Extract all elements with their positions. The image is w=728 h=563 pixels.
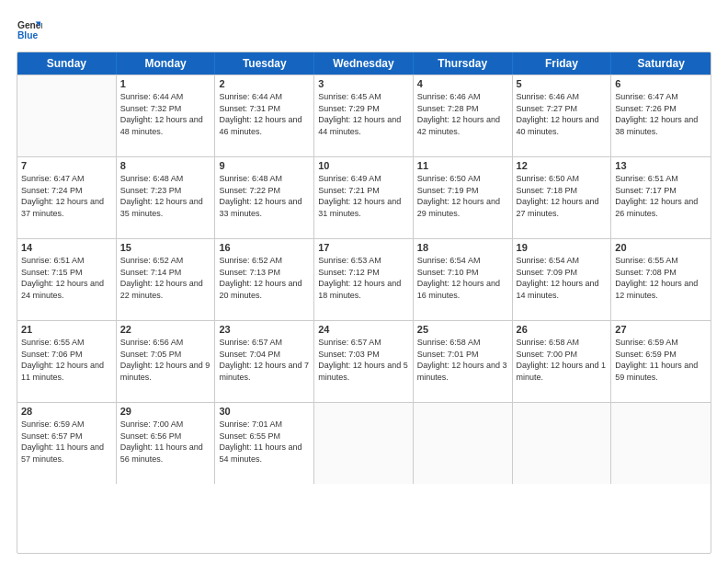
cell-info: Sunrise: 6:46 AMSunset: 7:27 PMDaylight:…: [517, 91, 608, 137]
cell-info: Sunrise: 6:44 AMSunset: 7:32 PMDaylight:…: [120, 91, 211, 137]
day-number: 5: [517, 78, 608, 89]
day-number: 1: [120, 78, 211, 89]
cell-info: Sunrise: 6:48 AMSunset: 7:22 PMDaylight:…: [219, 173, 310, 219]
weekday-header-tuesday: Tuesday: [215, 52, 314, 75]
calendar-cell: 1Sunrise: 6:44 AMSunset: 7:32 PMDaylight…: [117, 75, 216, 156]
day-number: 11: [417, 160, 508, 171]
cell-info: Sunrise: 6:52 AMSunset: 7:14 PMDaylight:…: [120, 255, 211, 301]
cell-info: Sunrise: 6:44 AMSunset: 7:31 PMDaylight:…: [219, 91, 310, 137]
weekday-header-thursday: Thursday: [414, 52, 513, 75]
calendar-row-5: 28Sunrise: 6:59 AMSunset: 6:57 PMDayligh…: [17, 402, 711, 484]
calendar-cell: 29Sunrise: 7:00 AMSunset: 6:56 PMDayligh…: [117, 403, 216, 484]
logo-icon: General Blue: [17, 17, 42, 42]
cell-info: Sunrise: 6:57 AMSunset: 7:04 PMDaylight:…: [219, 337, 310, 383]
cell-info: Sunrise: 6:52 AMSunset: 7:13 PMDaylight:…: [219, 255, 310, 301]
day-number: 21: [21, 324, 112, 335]
calendar-cell: 18Sunrise: 6:54 AMSunset: 7:10 PMDayligh…: [414, 239, 513, 320]
day-number: 6: [615, 78, 707, 89]
calendar-cell: 26Sunrise: 6:58 AMSunset: 7:00 PMDayligh…: [513, 321, 612, 402]
calendar: SundayMondayTuesdayWednesdayThursdayFrid…: [17, 52, 711, 554]
calendar-cell: 15Sunrise: 6:52 AMSunset: 7:14 PMDayligh…: [117, 239, 216, 320]
cell-info: Sunrise: 6:55 AMSunset: 7:08 PMDaylight:…: [615, 255, 707, 301]
calendar-cell: 20Sunrise: 6:55 AMSunset: 7:08 PMDayligh…: [611, 239, 711, 320]
calendar-cell: 19Sunrise: 6:54 AMSunset: 7:09 PMDayligh…: [513, 239, 612, 320]
cell-info: Sunrise: 6:53 AMSunset: 7:12 PMDaylight:…: [318, 255, 409, 301]
weekday-header-wednesday: Wednesday: [314, 52, 414, 75]
cell-info: Sunrise: 6:47 AMSunset: 7:24 PMDaylight:…: [21, 173, 112, 219]
calendar-cell: [17, 75, 117, 156]
day-number: 18: [417, 242, 508, 253]
day-number: 8: [120, 160, 211, 171]
calendar-cell: 16Sunrise: 6:52 AMSunset: 7:13 PMDayligh…: [215, 239, 314, 320]
cell-info: Sunrise: 6:54 AMSunset: 7:10 PMDaylight:…: [417, 255, 508, 301]
cell-info: Sunrise: 6:58 AMSunset: 7:00 PMDaylight:…: [517, 337, 608, 383]
calendar-cell: 6Sunrise: 6:47 AMSunset: 7:26 PMDaylight…: [611, 75, 711, 156]
day-number: 14: [21, 242, 112, 253]
calendar-cell: 28Sunrise: 6:59 AMSunset: 6:57 PMDayligh…: [17, 403, 117, 484]
calendar-cell: 27Sunrise: 6:59 AMSunset: 6:59 PMDayligh…: [611, 321, 711, 402]
day-number: 27: [615, 324, 707, 335]
weekday-header-monday: Monday: [117, 52, 216, 75]
cell-info: Sunrise: 6:55 AMSunset: 7:06 PMDaylight:…: [21, 337, 112, 383]
calendar-cell: 10Sunrise: 6:49 AMSunset: 7:21 PMDayligh…: [314, 157, 414, 238]
calendar-cell: 12Sunrise: 6:50 AMSunset: 7:18 PMDayligh…: [513, 157, 612, 238]
day-number: 30: [219, 406, 310, 417]
cell-info: Sunrise: 6:59 AMSunset: 6:59 PMDaylight:…: [615, 337, 707, 383]
day-number: 3: [318, 78, 409, 89]
cell-info: Sunrise: 6:57 AMSunset: 7:03 PMDaylight:…: [318, 337, 409, 383]
calendar-cell: 2Sunrise: 6:44 AMSunset: 7:31 PMDaylight…: [215, 75, 314, 156]
day-number: 4: [417, 78, 508, 89]
header: General Blue: [17, 17, 711, 42]
cell-info: Sunrise: 6:49 AMSunset: 7:21 PMDaylight:…: [318, 173, 409, 219]
calendar-cell: 24Sunrise: 6:57 AMSunset: 7:03 PMDayligh…: [314, 321, 414, 402]
calendar-cell: [314, 403, 414, 484]
svg-text:Blue: Blue: [17, 30, 39, 40]
calendar-cell: 13Sunrise: 6:51 AMSunset: 7:17 PMDayligh…: [611, 157, 711, 238]
calendar-row-4: 21Sunrise: 6:55 AMSunset: 7:06 PMDayligh…: [17, 320, 711, 402]
day-number: 9: [219, 160, 310, 171]
calendar-cell: 17Sunrise: 6:53 AMSunset: 7:12 PMDayligh…: [314, 239, 414, 320]
weekday-header-friday: Friday: [513, 52, 612, 75]
calendar-cell: 4Sunrise: 6:46 AMSunset: 7:28 PMDaylight…: [414, 75, 513, 156]
cell-info: Sunrise: 7:00 AMSunset: 6:56 PMDaylight:…: [120, 419, 211, 465]
day-number: 22: [120, 324, 211, 335]
day-number: 23: [219, 324, 310, 335]
cell-info: Sunrise: 6:47 AMSunset: 7:26 PMDaylight:…: [615, 91, 707, 137]
day-number: 13: [615, 160, 707, 171]
calendar-cell: 9Sunrise: 6:48 AMSunset: 7:22 PMDaylight…: [215, 157, 314, 238]
day-number: 29: [120, 406, 211, 417]
calendar-cell: 23Sunrise: 6:57 AMSunset: 7:04 PMDayligh…: [215, 321, 314, 402]
calendar-header: SundayMondayTuesdayWednesdayThursdayFrid…: [17, 52, 711, 75]
weekday-header-saturday: Saturday: [611, 52, 711, 75]
calendar-cell: [513, 403, 612, 484]
calendar-body: 1Sunrise: 6:44 AMSunset: 7:32 PMDaylight…: [17, 75, 711, 484]
day-number: 24: [318, 324, 409, 335]
calendar-cell: 7Sunrise: 6:47 AMSunset: 7:24 PMDaylight…: [17, 157, 117, 238]
cell-info: Sunrise: 6:46 AMSunset: 7:28 PMDaylight:…: [417, 91, 508, 137]
logo: General Blue: [17, 17, 46, 42]
cell-info: Sunrise: 6:54 AMSunset: 7:09 PMDaylight:…: [517, 255, 608, 301]
cell-info: Sunrise: 6:51 AMSunset: 7:15 PMDaylight:…: [21, 255, 112, 301]
calendar-cell: 25Sunrise: 6:58 AMSunset: 7:01 PMDayligh…: [414, 321, 513, 402]
calendar-row-1: 1Sunrise: 6:44 AMSunset: 7:32 PMDaylight…: [17, 75, 711, 156]
day-number: 20: [615, 242, 707, 253]
day-number: 12: [517, 160, 608, 171]
day-number: 10: [318, 160, 409, 171]
day-number: 16: [219, 242, 310, 253]
calendar-cell: [611, 403, 711, 484]
cell-info: Sunrise: 6:56 AMSunset: 7:05 PMDaylight:…: [120, 337, 211, 383]
day-number: 25: [417, 324, 508, 335]
day-number: 19: [517, 242, 608, 253]
day-number: 2: [219, 78, 310, 89]
calendar-cell: [414, 403, 513, 484]
calendar-cell: 8Sunrise: 6:48 AMSunset: 7:23 PMDaylight…: [117, 157, 216, 238]
calendar-cell: 14Sunrise: 6:51 AMSunset: 7:15 PMDayligh…: [17, 239, 117, 320]
cell-info: Sunrise: 6:50 AMSunset: 7:18 PMDaylight:…: [517, 173, 608, 219]
day-number: 17: [318, 242, 409, 253]
cell-info: Sunrise: 6:50 AMSunset: 7:19 PMDaylight:…: [417, 173, 508, 219]
cell-info: Sunrise: 6:51 AMSunset: 7:17 PMDaylight:…: [615, 173, 707, 219]
weekday-header-sunday: Sunday: [17, 52, 117, 75]
cell-info: Sunrise: 6:45 AMSunset: 7:29 PMDaylight:…: [318, 91, 409, 137]
calendar-cell: 22Sunrise: 6:56 AMSunset: 7:05 PMDayligh…: [117, 321, 216, 402]
calendar-cell: 30Sunrise: 7:01 AMSunset: 6:55 PMDayligh…: [215, 403, 314, 484]
